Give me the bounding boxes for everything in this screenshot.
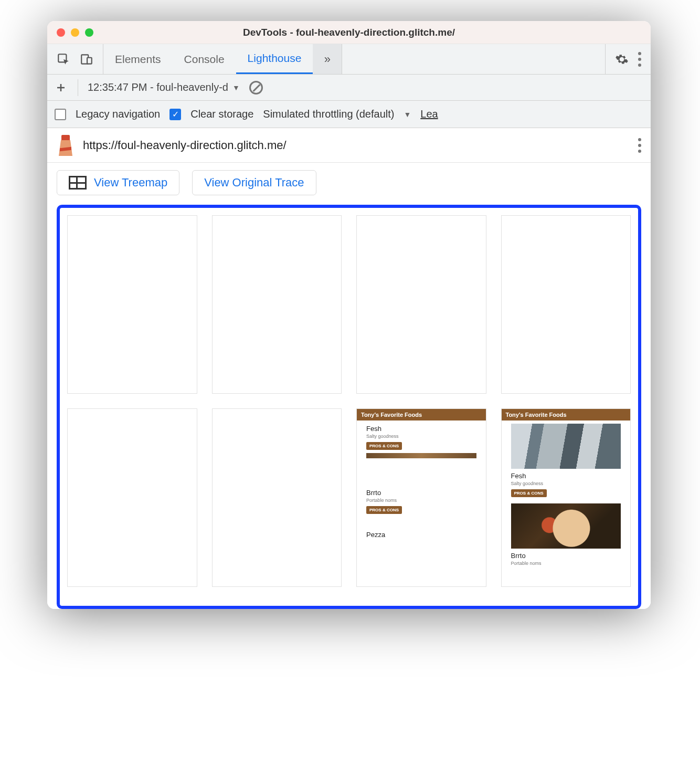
throttling-label: Simulated throttling (default)	[263, 108, 394, 120]
mini-image-burrito	[511, 503, 621, 549]
options-bar: Legacy navigation ✓ Clear storage Simula…	[47, 101, 651, 128]
mini-item-title: Fesh	[511, 472, 621, 480]
gear-icon[interactable]	[615, 52, 629, 66]
titlebar: DevTools - foul-heavenly-direction.glitc…	[47, 21, 651, 44]
report-url: https://foul-heavenly-direction.glitch.m…	[83, 139, 630, 152]
filmstrip-frame[interactable]	[67, 215, 197, 394]
divider	[78, 79, 78, 96]
mini-item-sub: Salty goodness	[366, 434, 476, 439]
filmstrip-frame[interactable]	[356, 215, 486, 394]
clear-storage-label: Clear storage	[190, 108, 253, 120]
legacy-navigation-label: Legacy navigation	[76, 108, 160, 120]
filmstrip-frame[interactable]: Tony's Favorite Foods Fesh Salty goodnes…	[356, 408, 486, 587]
tab-console[interactable]: Console	[173, 44, 236, 74]
mini-item-title: Brrto	[511, 552, 621, 560]
svg-rect-2	[87, 57, 92, 64]
view-trace-label: View Original Trace	[204, 176, 304, 190]
report-content: View Treemap View Original Trace Tony's …	[47, 163, 651, 609]
chevron-down-icon: ▼	[232, 83, 240, 92]
more-tabs-button[interactable]: »	[313, 44, 342, 74]
chevron-down-icon[interactable]: ▼	[404, 110, 411, 119]
maximize-window-button[interactable]	[85, 28, 93, 37]
report-select[interactable]: 12:35:47 PM - foul-heavenly-d ▼	[88, 81, 240, 93]
device-toolbar-icon[interactable]	[80, 52, 93, 66]
mini-item-sub: Portable noms	[366, 498, 476, 503]
view-treemap-label: View Treemap	[94, 176, 167, 190]
mini-item-title: Fesh	[366, 425, 476, 433]
learn-more-link[interactable]: Lea	[420, 108, 438, 120]
mini-image-placeholder	[366, 453, 476, 458]
filmstrip-frame[interactable]	[212, 215, 342, 394]
tab-elements[interactable]: Elements	[103, 44, 173, 74]
devtools-window: DevTools - foul-heavenly-direction.glitc…	[47, 21, 651, 609]
url-bar: https://foul-heavenly-direction.glitch.m…	[47, 128, 651, 163]
clear-storage-checkbox[interactable]: ✓	[169, 109, 181, 120]
report-menu-icon[interactable]	[638, 138, 641, 153]
clear-icon[interactable]	[249, 81, 263, 94]
treemap-icon	[69, 176, 87, 190]
filmstrip-frame[interactable]: Tony's Favorite Foods Fesh Salty goodnes…	[501, 408, 631, 587]
view-original-trace-button[interactable]: View Original Trace	[192, 170, 316, 195]
filmstrip-gallery: Tony's Favorite Foods Fesh Salty goodnes…	[57, 205, 641, 609]
inspect-element-icon[interactable]	[57, 52, 70, 66]
tab-lighthouse[interactable]: Lighthouse	[236, 44, 313, 74]
mini-item-button: PROS & CONS	[511, 489, 547, 497]
mini-item-sub: Portable noms	[511, 561, 621, 566]
mini-item-title: Brrto	[366, 489, 476, 497]
minimize-window-button[interactable]	[71, 28, 79, 37]
mini-header: Tony's Favorite Foods	[502, 409, 631, 420]
kebab-menu-icon[interactable]	[638, 52, 641, 67]
traffic-lights	[47, 28, 93, 37]
window-title: DevTools - foul-heavenly-direction.glitc…	[47, 27, 651, 38]
mini-item-button: PROS & CONS	[366, 442, 402, 450]
filmstrip-frame[interactable]	[67, 408, 197, 587]
panel-tabbar: Elements Console Lighthouse »	[47, 44, 651, 75]
close-window-button[interactable]	[57, 28, 65, 37]
new-report-button[interactable]	[54, 80, 68, 95]
legacy-navigation-checkbox[interactable]	[55, 109, 66, 120]
filmstrip-frame[interactable]	[501, 215, 631, 394]
filmstrip-frame[interactable]	[212, 408, 342, 587]
mini-header: Tony's Favorite Foods	[357, 409, 486, 420]
lighthouse-icon	[57, 135, 75, 156]
mini-item-title: Pezza	[366, 531, 476, 539]
mini-item-button: PROS & CONS	[366, 506, 402, 514]
report-toolbar: 12:35:47 PM - foul-heavenly-d ▼	[47, 75, 651, 101]
mini-item-sub: Salty goodness	[511, 481, 621, 486]
report-select-label: 12:35:47 PM - foul-heavenly-d	[88, 81, 228, 93]
view-treemap-button[interactable]: View Treemap	[57, 170, 179, 195]
mini-image-fish	[511, 424, 621, 469]
